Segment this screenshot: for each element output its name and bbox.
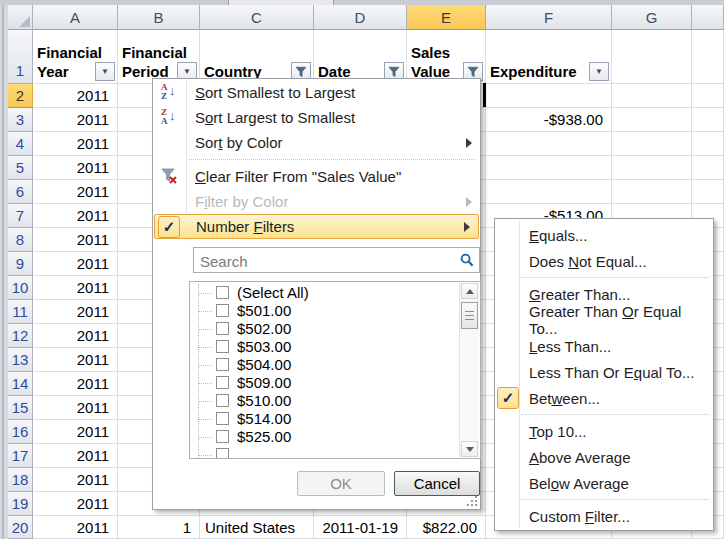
cell-G6[interactable]: [612, 180, 692, 204]
scrollbar-thumb[interactable]: [461, 302, 478, 329]
cell-H4[interactable]: [692, 132, 724, 156]
submenu-item-custom-filter[interactable]: Custom Filter...: [495, 503, 713, 529]
row-header-18[interactable]: 18: [8, 468, 33, 492]
cell-F4[interactable]: [486, 132, 612, 156]
checkbox[interactable]: [216, 394, 229, 407]
cell-H6[interactable]: [692, 180, 724, 204]
cell-H2[interactable]: [692, 84, 724, 108]
cell-A15[interactable]: 2011: [33, 396, 118, 420]
row-header-4[interactable]: 4: [8, 132, 33, 156]
cell-F2[interactable]: [486, 84, 612, 108]
search-input[interactable]: [198, 250, 452, 272]
submenu-item-top-10[interactable]: Top 10...: [495, 418, 713, 444]
row-header-5[interactable]: 5: [8, 156, 33, 180]
menu-item-sort-largest-to-smallest[interactable]: ZA↓Sort Largest to Smallest: [153, 105, 480, 130]
cell-F3[interactable]: -$938.00: [486, 108, 612, 132]
checkbox[interactable]: [216, 358, 229, 371]
cell-B20[interactable]: 1: [118, 516, 200, 539]
cell-G5[interactable]: [612, 156, 692, 180]
checkbox[interactable]: [216, 322, 229, 335]
checkbox[interactable]: [216, 412, 229, 425]
cell-A2[interactable]: 2011: [33, 84, 118, 108]
cell-A9[interactable]: 2011: [33, 252, 118, 276]
cell-A12[interactable]: 2011: [33, 324, 118, 348]
checkbox[interactable]: [216, 340, 229, 353]
column-header-F[interactable]: F: [486, 5, 612, 30]
filter-values-list[interactable]: (Select All)$501.00$502.00$503.00$504.00…: [189, 281, 481, 459]
cell-F5[interactable]: [486, 156, 612, 180]
cell-A17[interactable]: 2011: [33, 444, 118, 468]
scrollbar-up-button[interactable]: [461, 283, 478, 299]
row-header-15[interactable]: 15: [8, 396, 33, 420]
cell-C20[interactable]: United States: [200, 516, 314, 539]
menu-item-number-filters[interactable]: ✓Number Filters: [154, 214, 479, 239]
cell-A11[interactable]: 2011: [33, 300, 118, 324]
row-header-16[interactable]: 16: [8, 420, 33, 444]
row-header-10[interactable]: 10: [8, 276, 33, 300]
cell-A4[interactable]: 2011: [33, 132, 118, 156]
checkbox[interactable]: [216, 430, 229, 443]
row-header-20[interactable]: 20: [8, 516, 33, 539]
cell-D20[interactable]: 2011-01-19: [314, 516, 407, 539]
cell-G3[interactable]: [612, 108, 692, 132]
checkbox[interactable]: [216, 376, 229, 389]
column-header-A[interactable]: A: [33, 5, 118, 30]
cell-G4[interactable]: [612, 132, 692, 156]
row-header-1[interactable]: 1: [8, 30, 33, 84]
resize-grip[interactable]: [465, 494, 477, 506]
cell-A16[interactable]: 2011: [33, 420, 118, 444]
checkbox[interactable]: [216, 286, 229, 299]
row-header-8[interactable]: 8: [8, 228, 33, 252]
column-header-C[interactable]: C: [200, 5, 314, 30]
checkbox[interactable]: [216, 448, 229, 459]
menu-item-filter-by-color[interactable]: Filter by Color: [153, 189, 480, 214]
ok-button[interactable]: OK: [297, 471, 385, 496]
submenu-item-between[interactable]: ✓Between...: [495, 385, 713, 411]
row-header-17[interactable]: 17: [8, 444, 33, 468]
list-scrollbar[interactable]: [459, 283, 479, 457]
row-header-14[interactable]: 14: [8, 372, 33, 396]
column-header-D[interactable]: D: [314, 5, 407, 30]
cell-A8[interactable]: 2011: [33, 228, 118, 252]
filter-value-item[interactable]: $503.00: [190, 338, 460, 356]
cell-G2[interactable]: [612, 84, 692, 108]
filter-value-item[interactable]: $502.00: [190, 320, 460, 338]
column-header-B[interactable]: B: [118, 5, 200, 30]
filter-value-item[interactable]: $501.00: [190, 302, 460, 320]
submenu-item-does-not-equal[interactable]: Does Not Equal...: [495, 248, 713, 274]
cell-A14[interactable]: 2011: [33, 372, 118, 396]
submenu-item-above-average[interactable]: Above Average: [495, 444, 713, 470]
select-all-corner[interactable]: [8, 5, 33, 30]
cell-A10[interactable]: 2011: [33, 276, 118, 300]
cell-A20[interactable]: 2011: [33, 516, 118, 539]
submenu-item-greater-than-or-equal-to[interactable]: Greater Than Or Equal To...: [495, 307, 713, 333]
row-header-6[interactable]: 6: [8, 180, 33, 204]
cancel-button[interactable]: Cancel: [394, 471, 480, 496]
row-header-11[interactable]: 11: [8, 300, 33, 324]
submenu-item-less-than-or-equal-to[interactable]: Less Than Or Equal To...: [495, 359, 713, 385]
checkbox[interactable]: [216, 304, 229, 317]
row-header-19[interactable]: 19: [8, 492, 33, 516]
cell-H5[interactable]: [692, 156, 724, 180]
filter-value-item[interactable]: [190, 446, 460, 459]
filter-value-item[interactable]: $504.00: [190, 356, 460, 374]
filter-value-item[interactable]: $514.00: [190, 410, 460, 428]
scrollbar-down-button[interactable]: [461, 441, 478, 457]
cell-H3[interactable]: [692, 108, 724, 132]
submenu-item-less-than[interactable]: Less Than...: [495, 333, 713, 359]
row-header-12[interactable]: 12: [8, 324, 33, 348]
cell-A7[interactable]: 2011: [33, 204, 118, 228]
menu-item-sort-smallest-to-largest[interactable]: AZ↓Sort Smallest to Largest: [153, 80, 480, 105]
filter-value-item[interactable]: (Select All): [190, 284, 460, 302]
column-header-G[interactable]: G: [612, 5, 692, 30]
cell-A6[interactable]: 2011: [33, 180, 118, 204]
row-header-7[interactable]: 7: [8, 204, 33, 228]
cell-E20[interactable]: $822.00: [407, 516, 486, 539]
cell-A13[interactable]: 2011: [33, 348, 118, 372]
row-header-2[interactable]: 2: [8, 84, 33, 108]
row-header-3[interactable]: 3: [8, 108, 33, 132]
cell-A18[interactable]: 2011: [33, 468, 118, 492]
cell-F6[interactable]: [486, 180, 612, 204]
filter-value-item[interactable]: $509.00: [190, 374, 460, 392]
row-header-9[interactable]: 9: [8, 252, 33, 276]
